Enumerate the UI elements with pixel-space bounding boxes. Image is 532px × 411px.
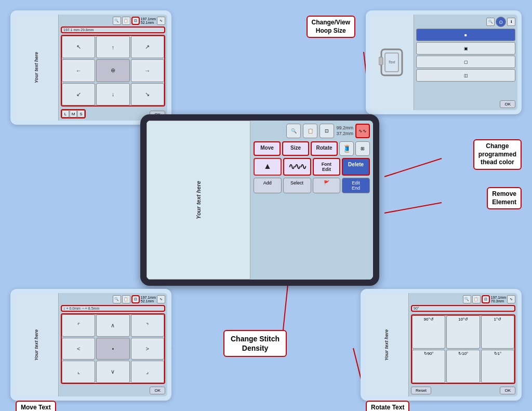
main-btn-row-1: Move Size Rotate 🧵 ⊞	[254, 141, 370, 156]
add-btn[interactable]: Add	[254, 178, 282, 193]
hoop-opt-3[interactable]: ▢	[416, 56, 515, 68]
move-arrow-down[interactable]: ∨	[96, 361, 129, 383]
rotate-cw-90[interactable]: ↻90°	[412, 350, 445, 383]
main-canvas-text: Your text here	[195, 181, 202, 219]
move-arrow-br[interactable]: ⌟	[131, 361, 164, 383]
move-arrow-center[interactable]: •	[96, 338, 129, 360]
rotate-text-canvas: Your text here	[365, 293, 409, 396]
move-arrow-tr[interactable]: ⌝	[131, 314, 164, 337]
move-right-btn[interactable]: →	[131, 59, 164, 82]
rotate-text-screen: Your text here 🔍 📋 ⊡ 197.1mm70.3mm ∿ 90°…	[365, 293, 517, 396]
rotate-ccw-10[interactable]: 10°↺	[446, 315, 480, 349]
main-btn-row-3: Add Select 🚩 Edit End	[254, 178, 370, 193]
panel-rotate-text: Your text here 🔍 📋 ⊡ 197.1mm70.3mm ∿ 90°…	[361, 289, 522, 401]
rotate-btn[interactable]: Rotate	[311, 141, 338, 156]
size-btn[interactable]: Size	[282, 141, 309, 156]
main-btn-row-2: ▲ ∿∿∿ Font Edit Delete	[254, 158, 370, 176]
move-info-text: ↕ + 0.0mm ↔+ 8.5mm	[63, 307, 99, 310]
rotate-ccw-1[interactable]: 1°↺	[481, 315, 514, 349]
move-center-btn[interactable]: ⊕	[96, 59, 129, 82]
move-bl-btn[interactable]: ↙	[62, 83, 95, 105]
move-arrow-grid: ⌜ ∧ ⌝ < • > ⌞ ∨ ⌟	[61, 313, 165, 384]
move-wave-icon[interactable]: ∿	[157, 295, 165, 303]
ok-btn-bl[interactable]: OK	[150, 387, 165, 394]
size-icon[interactable]: ⊡	[131, 17, 140, 25]
size-display: 197.1mm52.1mm	[141, 17, 156, 24]
rotate-cw-1[interactable]: ↻1°	[481, 350, 514, 383]
move-left-btn[interactable]: ←	[62, 59, 95, 82]
rotate-ccw-90[interactable]: 90°↺	[412, 315, 445, 349]
hoop-icon: Text	[379, 47, 405, 78]
copy-icon[interactable]: 📋	[122, 17, 130, 25]
main-wave-icon[interactable]: ∿∿	[355, 124, 370, 138]
svg-line-2	[384, 158, 442, 177]
rotate-wave-icon[interactable]: ∿	[507, 295, 515, 303]
main-zoom-icon[interactable]: 🔍	[286, 124, 301, 138]
reset-btn-br[interactable]: Reset	[411, 387, 431, 394]
hoop-canvas: Text	[370, 15, 414, 110]
label-move-text: Move Text	[16, 401, 56, 411]
l-btn[interactable]: L	[62, 110, 69, 117]
move-tr-btn[interactable]: ↗	[131, 36, 164, 58]
move-zoom-icon[interactable]: 🔍	[113, 295, 121, 303]
main-device: Your text here 🔍 📋 ⊡ 99.2mm37.2mm ∿∿ Mov…	[140, 114, 379, 286]
lms-selector: L M S	[61, 109, 86, 118]
s-btn[interactable]: S	[77, 110, 85, 117]
rotate-zoom-icon[interactable]: 🔍	[463, 295, 471, 303]
stitch-density-btn[interactable]: ∿∿∿	[283, 158, 311, 176]
delete-btn[interactable]: Delete	[342, 158, 370, 176]
move-arrow-left[interactable]: <	[62, 338, 95, 360]
main-controls-panel: 🔍 📋 ⊡ 99.2mm37.2mm ∿∿ Move Size Rotate 🧵…	[250, 121, 373, 280]
flag-btn[interactable]: 🚩	[313, 178, 341, 193]
move-arrow-right[interactable]: >	[131, 338, 164, 360]
move-br-btn[interactable]: ↘	[131, 83, 164, 105]
rotate-cw-10[interactable]: ↻10°	[446, 350, 480, 383]
svg-line-3	[384, 203, 442, 213]
rotate-topbar: 🔍 📋 ⊡ 197.1mm70.3mm ∿	[411, 295, 515, 303]
move-canvas-text: Your text here	[34, 329, 39, 360]
m-btn[interactable]: M	[70, 110, 77, 117]
label-stitch-density: Change Stitch Density	[223, 330, 287, 357]
hoop-opt-4[interactable]: ◫	[416, 69, 515, 82]
ok-btn-tr[interactable]: OK	[500, 100, 515, 108]
rotate-angle-text: 90°	[414, 307, 419, 310]
zoom-icon[interactable]: 🔍	[113, 17, 121, 25]
hoop-controls: 🔍 ⊙ ℹ ■ ▣ ▢ ◫ OK	[414, 15, 517, 110]
move-copy-icon[interactable]: 📋	[122, 295, 130, 303]
move-up-btn[interactable]: ↑	[96, 36, 129, 58]
move-arrow-tl[interactable]: ⌜	[62, 314, 95, 337]
select-btn[interactable]: Select	[283, 178, 311, 193]
move-size-icon[interactable]: ⊡	[131, 295, 140, 303]
grid-icon[interactable]: ⊞	[355, 141, 370, 156]
hoop-size-btn[interactable]: ⊙	[496, 17, 506, 27]
shape-btn[interactable]: ▲	[254, 158, 282, 176]
edit-end-btn[interactable]: Edit End	[342, 178, 370, 193]
hoop-zoom-icon[interactable]: 🔍	[486, 18, 495, 26]
move-arrow-bl[interactable]: ⌞	[62, 361, 95, 383]
move-btn[interactable]: Move	[254, 141, 281, 156]
thread-color-icon[interactable]: 🧵	[339, 141, 354, 156]
hoop-opt-1[interactable]: ■	[416, 29, 515, 41]
move-text-canvas: Your text here	[15, 293, 59, 396]
main-copy-icon[interactable]: 📋	[303, 124, 317, 138]
wave-icon-small[interactable]: ∿	[157, 17, 165, 25]
move-size-display: 197.1mm52.1mm	[141, 296, 156, 303]
rotate-copy-icon[interactable]: 📋	[472, 295, 481, 303]
move-arrow-up[interactable]: ∧	[96, 314, 129, 337]
text-size-canvas: Your text here	[15, 15, 59, 121]
move-tl-btn[interactable]: ↖	[62, 36, 95, 58]
hoop-info-icon[interactable]: ℹ	[507, 18, 515, 26]
ok-btn-br[interactable]: OK	[500, 387, 515, 394]
text-size-screen: Your text here 🔍 📋 ⊡ 197.1mm52.1mm ∿ 197…	[15, 15, 167, 121]
hoop-topbar: 🔍 ⊙ ℹ	[416, 17, 515, 27]
font-edit-btn[interactable]: Font Edit	[313, 158, 341, 176]
hoop-opt-2[interactable]: ▣	[416, 42, 515, 55]
move-topbar: 🔍 📋 ⊡ 197.1mm52.1mm ∿	[61, 295, 165, 303]
rotate-canvas-text: Your text here	[384, 329, 389, 360]
panel-move-text: Your text here 🔍 📋 ⊡ 197.1mm52.1mm ∿ ↕ +…	[10, 289, 171, 401]
main-screen: Your text here 🔍 📋 ⊡ 99.2mm37.2mm ∿∿ Mov…	[147, 121, 373, 280]
main-size-icon[interactable]: ⊡	[320, 124, 334, 138]
rotate-size-icon[interactable]: ⊡	[482, 295, 490, 303]
svg-text:Text: Text	[389, 60, 396, 64]
move-down-btn[interactable]: ↓	[96, 83, 129, 105]
